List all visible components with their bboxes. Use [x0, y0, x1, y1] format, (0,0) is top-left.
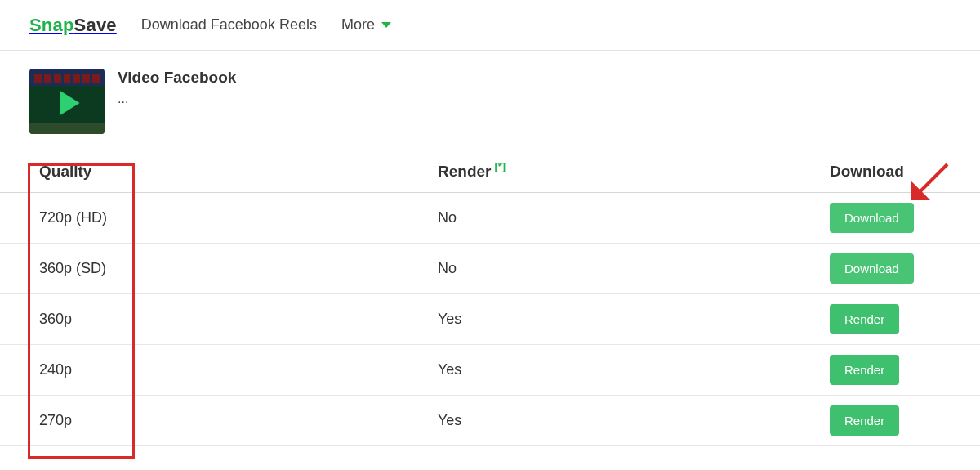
video-subtitle: ...	[118, 92, 236, 106]
header: SnapSave Download Facebook Reels More	[0, 0, 980, 51]
cell-render: Yes	[438, 361, 830, 378]
logo-text-dark: Save	[74, 15, 117, 35]
cell-quality: 360p	[29, 311, 438, 328]
download-button[interactable]: Download	[830, 203, 914, 233]
col-header-render: Render [*]	[438, 163, 830, 181]
render-button[interactable]: Render	[830, 405, 899, 436]
nav-link-reels[interactable]: Download Facebook Reels	[141, 16, 317, 34]
col-header-render-label: Render	[438, 163, 491, 181]
table-header-row: Quality Render [*] Download	[0, 150, 980, 193]
col-header-download-label: Download	[830, 163, 904, 181]
video-info: Video Facebook ...	[0, 51, 980, 142]
cell-action: Download	[830, 253, 951, 284]
table-row: 720p (HD)NoDownload	[0, 193, 980, 244]
table-row: 240pYesRender	[0, 345, 980, 396]
cell-render: No	[438, 260, 830, 277]
cell-action: Render	[830, 304, 951, 334]
cell-quality: 360p (SD)	[29, 260, 438, 277]
logo[interactable]: SnapSave	[29, 15, 117, 36]
video-title: Video Facebook	[118, 69, 236, 87]
table-row: 360pYesRender	[0, 294, 980, 345]
cell-action: Download	[830, 203, 951, 233]
table-row: 270pYesRender	[0, 396, 980, 446]
logo-text-green: Snap	[29, 15, 74, 35]
cell-quality: 240p	[29, 361, 438, 378]
render-button[interactable]: Render	[830, 304, 899, 334]
col-header-quality-label: Quality	[39, 163, 91, 181]
table-body: 720p (HD)NoDownload360p (SD)NoDownload36…	[0, 193, 980, 446]
cell-render: No	[438, 209, 830, 226]
nav-link-more-label: More	[341, 16, 375, 34]
download-button[interactable]: Download	[830, 253, 914, 284]
col-header-download: Download	[830, 163, 904, 181]
video-meta: Video Facebook ...	[118, 69, 236, 106]
cell-quality: 720p (HD)	[29, 209, 438, 226]
table-row: 360p (SD)NoDownload	[0, 244, 980, 294]
col-header-quality: Quality	[29, 163, 438, 181]
cell-action: Render	[830, 405, 951, 436]
render-footnote-icon[interactable]: [*]	[494, 160, 506, 172]
cell-render: Yes	[438, 311, 830, 328]
cell-action: Render	[830, 355, 951, 385]
cell-quality: 270p	[29, 412, 438, 429]
render-button[interactable]: Render	[830, 355, 899, 385]
nav-link-more[interactable]: More	[341, 16, 391, 34]
nav-link-reels-label: Download Facebook Reels	[141, 16, 317, 34]
download-table: Quality Render [*] Download 720p (HD)NoD…	[0, 150, 980, 446]
chevron-down-icon	[381, 22, 391, 28]
cell-render: Yes	[438, 412, 830, 429]
video-thumbnail[interactable]	[29, 69, 105, 134]
